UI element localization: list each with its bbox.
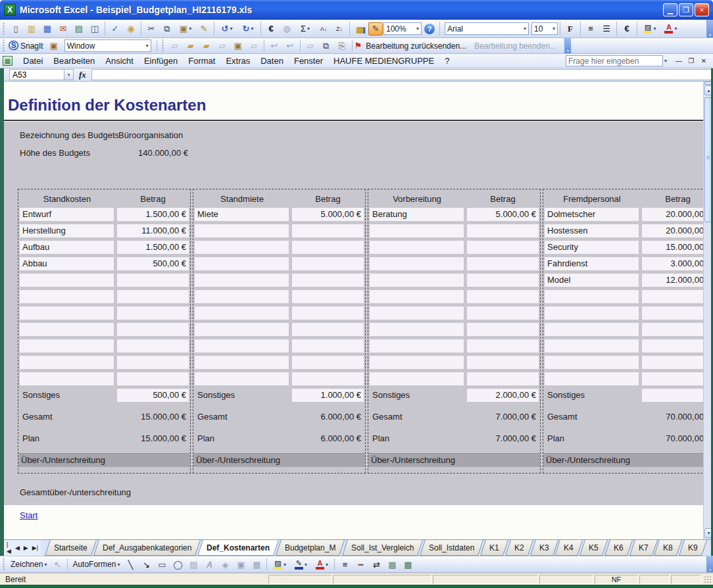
sheet-tab-k7[interactable]: K7 [629, 540, 657, 556]
category-cell[interactable] [545, 339, 639, 353]
category-cell[interactable]: Hostessen [545, 224, 639, 237]
copy-icon[interactable] [160, 22, 174, 36]
dash-style-icon[interactable] [353, 558, 368, 571]
menu-item-datei[interactable]: Datei [18, 55, 48, 67]
category-cell[interactable] [545, 372, 639, 385]
sheet-tab-k9[interactable]: K9 [679, 540, 706, 556]
reply-icon[interactable] [267, 39, 282, 53]
fill-color-icon[interactable]: ▨▾ [640, 22, 660, 36]
workbook-restore-button[interactable]: ❒ [686, 57, 697, 66]
resize-grip[interactable] [704, 576, 712, 583]
spelling-icon[interactable] [108, 22, 122, 36]
question-input[interactable] [566, 55, 663, 66]
reply-all-icon[interactable] [283, 39, 297, 53]
open-icon[interactable] [24, 22, 39, 36]
toolbar-drag-handle[interactable] [2, 22, 5, 36]
paste-icon[interactable]: ▾ [176, 22, 195, 36]
amount-cell[interactable]: 1.500,00 € [117, 241, 189, 254]
amount-cell[interactable] [117, 274, 189, 287]
toolbar-options-icon[interactable]: » [564, 38, 571, 53]
amount-cell[interactable] [117, 372, 189, 385]
sheet-tab-k1[interactable]: K1 [480, 540, 508, 556]
amount-cell[interactable] [642, 290, 713, 303]
insert-function-icon[interactable]: fx [79, 70, 86, 80]
align-left-icon[interactable] [583, 22, 598, 36]
category-cell[interactable] [195, 290, 289, 303]
category-cell[interactable] [195, 241, 289, 254]
workbook-minimize-button[interactable]: — [674, 57, 684, 66]
attachment-icon[interactable] [335, 39, 349, 53]
format-painter-icon[interactable] [197, 22, 211, 36]
toolbar-options-icon[interactable]: » [706, 556, 713, 572]
sort-descending-icon[interactable] [332, 22, 347, 36]
amount-cell[interactable] [467, 241, 539, 254]
category-cell[interactable] [195, 372, 289, 385]
amount-cell[interactable]: 5.000,00 € [292, 208, 364, 221]
name-box-dropdown-icon[interactable]: ▾ [64, 69, 74, 80]
previous-sheet-icon[interactable]: ◀ [15, 545, 20, 551]
close-button[interactable]: × [695, 3, 709, 16]
menu-item-daten[interactable]: Daten [255, 55, 289, 67]
amount-cell[interactable] [117, 356, 189, 369]
document-icon[interactable] [247, 39, 261, 53]
sheet-tab-k5[interactable]: K5 [579, 540, 607, 556]
category-cell[interactable] [20, 274, 114, 287]
amount-cell[interactable]: 1.500,00 € [117, 208, 189, 221]
amount-cell[interactable] [292, 339, 364, 353]
send-revision-button[interactable]: Bearbeitung zurücksenden... [366, 41, 466, 51]
folder-open-icon[interactable] [199, 39, 214, 53]
sonstiges-cell[interactable]: 2.000,00 € [467, 389, 539, 402]
zoom-select[interactable]: 100%▾ [383, 22, 422, 35]
toolbar-options-icon[interactable]: » [706, 20, 713, 37]
amount-cell[interactable]: 5.000,00 € [467, 208, 539, 221]
amount-cell[interactable]: 20.000,00 € [642, 224, 713, 237]
category-cell[interactable]: Abbau [20, 257, 114, 270]
category-cell[interactable]: Entwurf [20, 208, 114, 221]
category-cell[interactable] [545, 323, 639, 336]
arrow-style-icon[interactable] [369, 558, 383, 571]
sheet-tab-def_ausgabenkategorien[interactable]: Def_Ausgabenkategorien [93, 540, 201, 556]
amount-cell[interactable] [642, 339, 713, 353]
oval-icon[interactable] [170, 558, 185, 571]
attach-icon[interactable] [231, 39, 245, 53]
category-cell[interactable]: Herstellung [20, 224, 114, 237]
line-color-icon[interactable]: ✎▾ [291, 558, 310, 571]
menu-item-bearbeiten[interactable]: Bearbeiten [48, 55, 100, 67]
threed-style-icon[interactable] [401, 558, 415, 571]
amount-cell[interactable]: 15.000,00 € [642, 241, 713, 254]
category-cell[interactable] [370, 372, 464, 385]
amount-cell[interactable] [292, 372, 364, 385]
help-icon[interactable]: ? [422, 22, 437, 36]
euro-style-icon[interactable]: € [620, 22, 634, 36]
amount-cell[interactable]: 500,00 € [117, 257, 189, 270]
print-preview-icon[interactable] [87, 22, 102, 36]
font-color-icon[interactable]: A▾ [661, 22, 681, 36]
amount-cell[interactable] [467, 372, 539, 385]
document-icon[interactable] [303, 39, 318, 53]
textbox-icon[interactable] [186, 558, 201, 571]
amount-cell[interactable] [642, 356, 713, 369]
email-icon[interactable] [56, 22, 70, 36]
cut-icon[interactable] [144, 22, 159, 36]
line-style-icon[interactable] [337, 558, 352, 571]
redo-icon[interactable]: ▾ [238, 22, 258, 36]
amount-cell[interactable] [642, 323, 713, 336]
category-cell[interactable] [195, 356, 289, 369]
category-cell[interactable]: Miete [195, 208, 289, 221]
document-icon[interactable] [215, 39, 230, 53]
menu-item-?[interactable]: ? [439, 55, 455, 67]
category-cell[interactable]: Dolmetscher [545, 208, 639, 221]
line-icon[interactable] [123, 558, 137, 571]
category-cell[interactable] [20, 356, 114, 369]
amount-cell[interactable] [467, 290, 539, 303]
chart-wizard-icon[interactable] [353, 22, 367, 36]
sheet-tab-k2[interactable]: K2 [505, 540, 533, 556]
drawing-icon[interactable] [368, 22, 383, 36]
category-cell[interactable]: Model [545, 274, 639, 287]
category-cell[interactable] [545, 306, 639, 320]
amount-cell[interactable]: 11.000,00 € [117, 224, 189, 237]
select-objects-icon[interactable] [50, 558, 64, 571]
maximize-button[interactable]: ❒ [679, 3, 693, 16]
category-cell[interactable]: Aufbau [20, 241, 114, 254]
amount-cell[interactable] [292, 241, 364, 254]
